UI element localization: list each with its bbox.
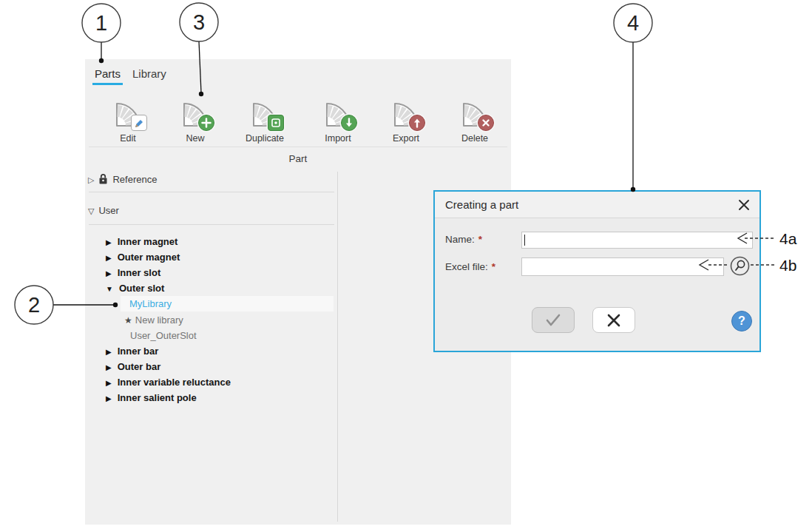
tree-section-label: User — [98, 205, 118, 216]
arrow-up-icon — [409, 115, 425, 131]
name-input[interactable] — [521, 232, 753, 249]
tab-library[interactable]: Library — [132, 67, 166, 80]
close-icon[interactable] — [737, 198, 751, 212]
new-button-label: New — [167, 133, 223, 144]
dialog-title: Creating a part — [445, 198, 518, 211]
svg-text:4b: 4b — [779, 257, 796, 274]
tree-section-user[interactable]: ▽User — [88, 203, 119, 218]
chevron-down-icon: ▽ — [88, 206, 94, 215]
tree-item-inner-bar[interactable]: ▶Inner bar — [106, 344, 158, 359]
pencil-icon — [131, 115, 147, 131]
tree-item-outer-magnet[interactable]: ▶Outer magnet — [106, 250, 180, 265]
dialog-titlebar: Creating a part — [435, 192, 759, 218]
name-field-label: Name:* — [445, 234, 482, 245]
import-button-label: Import — [310, 133, 366, 144]
delete-button-label: Delete — [447, 133, 503, 144]
copy-icon — [268, 115, 284, 131]
question-mark-icon: ? — [738, 314, 745, 328]
lock-icon — [98, 173, 108, 189]
import-button[interactable]: Import — [310, 95, 366, 147]
creating-a-part-dialog: Creating a part Name:* Excel file:* ? — [433, 190, 761, 352]
tree-separator — [89, 192, 334, 192]
tab-parts[interactable]: Parts — [95, 67, 121, 80]
star-icon: ★ — [124, 315, 132, 326]
browse-file-button[interactable] — [730, 256, 750, 276]
new-button[interactable]: New — [167, 95, 223, 147]
tree-item-label: User_OuterSlot — [130, 330, 197, 341]
edit-button[interactable]: Edit — [100, 95, 156, 147]
triangle-right-icon: ▶ — [106, 363, 112, 371]
edit-part-icon — [111, 95, 145, 129]
svg-text:4: 4 — [627, 11, 639, 35]
export-part-icon — [389, 95, 423, 129]
delete-part-icon — [458, 95, 492, 129]
triangle-down-icon: ▼ — [106, 285, 113, 293]
plus-icon — [198, 115, 214, 131]
duplicate-button[interactable]: Duplicate — [237, 95, 293, 147]
tree-item-user-outerslot[interactable]: User_OuterSlot — [130, 329, 197, 343]
ribbon-group-label: Part — [85, 153, 511, 164]
tree-item-inner-variable-reluctance[interactable]: ▶Inner variable reluctance — [106, 375, 231, 390]
triangle-right-icon: ▶ — [106, 348, 112, 356]
tree-item-label: Inner slot — [118, 267, 161, 278]
tree-section-reference[interactable]: ▷ Reference — [88, 172, 157, 187]
required-asterisk: * — [478, 234, 482, 245]
new-part-icon — [178, 95, 212, 129]
svg-text:3: 3 — [193, 10, 205, 34]
excel-file-input[interactable] — [521, 257, 724, 276]
svg-text:1: 1 — [95, 11, 107, 35]
cancel-button[interactable] — [592, 307, 635, 333]
triangle-right-icon: ▶ — [106, 394, 112, 403]
tree-item-label: MyLibrary — [129, 298, 172, 309]
tree-item-label: New library — [135, 314, 183, 326]
export-button-label: Export — [378, 133, 434, 144]
tree-item-label: Outer magnet — [118, 252, 180, 263]
tree-item-label: Inner salient pole — [118, 392, 197, 403]
required-asterisk: * — [492, 261, 495, 272]
tree-item-inner-slot[interactable]: ▶Inner slot — [106, 266, 160, 280]
tree-item-mylibrary[interactable]: MyLibrary — [129, 297, 172, 312]
tree-item-inner-magnet[interactable]: ▶Inner magnet — [106, 235, 177, 249]
import-part-icon — [321, 95, 355, 129]
tree-item-outer-slot[interactable]: ▼Outer slot — [106, 281, 164, 296]
tree-separator — [89, 224, 334, 225]
ribbon-separator — [89, 147, 507, 147]
callout-4: 4 — [614, 4, 652, 192]
duplicate-button-label: Duplicate — [237, 133, 293, 144]
triangle-right-icon: ▶ — [106, 254, 112, 262]
cross-icon — [478, 115, 494, 131]
check-icon — [543, 312, 564, 329]
triangle-right-icon: ▶ — [106, 269, 112, 277]
edit-button-label: Edit — [100, 133, 156, 144]
tree-item-label: Outer slot — [119, 283, 164, 294]
text-caret — [524, 235, 525, 246]
tree-item-label: Inner magnet — [118, 236, 178, 247]
panel-divider — [337, 172, 338, 522]
tree-item-outer-bar[interactable]: ▶Outer bar — [106, 360, 160, 374]
triangle-right-icon: ▶ — [106, 238, 112, 246]
confirm-button[interactable] — [532, 307, 575, 333]
duplicate-part-icon — [248, 95, 282, 129]
cross-icon — [605, 312, 623, 329]
svg-text:2: 2 — [28, 293, 40, 317]
tree-item-new-library[interactable]: ★New library — [124, 313, 183, 328]
chevron-right-icon: ▷ — [88, 175, 94, 184]
tree-section-label: Reference — [112, 174, 157, 185]
excel-file-field-label: Excel file:* — [445, 261, 495, 272]
svg-text:4a: 4a — [779, 230, 797, 247]
export-button[interactable]: Export — [378, 95, 434, 147]
tree-item-label: Inner variable reluctance — [118, 377, 231, 388]
tree-item-label: Outer bar — [118, 361, 161, 372]
triangle-right-icon: ▶ — [106, 379, 112, 387]
callout-1: 1 — [82, 4, 121, 63]
help-button[interactable]: ? — [731, 311, 752, 331]
tree-item-inner-salient-pole[interactable]: ▶Inner salient pole — [106, 391, 197, 405]
arrow-down-icon — [341, 115, 357, 131]
tree-item-label: Inner bar — [118, 346, 159, 357]
delete-button[interactable]: Delete — [447, 95, 503, 147]
